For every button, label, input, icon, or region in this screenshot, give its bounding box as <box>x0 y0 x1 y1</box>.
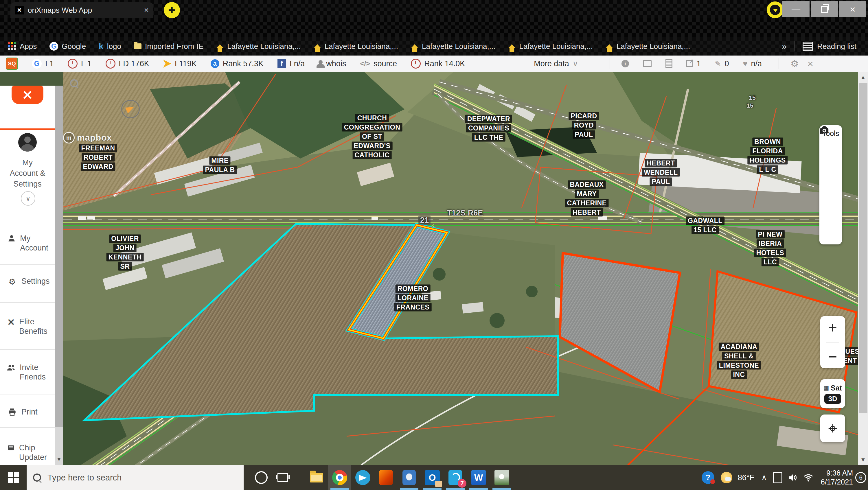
photo-tool-button[interactable] <box>825 215 836 226</box>
edit-shape-tool-button[interactable] <box>825 168 836 180</box>
bookmark-google[interactable]: G Google <box>50 42 86 51</box>
sidebar-item-elite-benefits[interactable]: ✕ Elite Benefits <box>0 317 55 336</box>
sq-stat-ld[interactable]: LD 176K <box>105 59 149 69</box>
taskbar-outlook[interactable]: O <box>421 465 444 490</box>
zoom-in-button[interactable]: + <box>828 319 837 336</box>
tray-weather-button[interactable] <box>719 465 734 490</box>
sq-more-data[interactable]: More data ∨ <box>534 59 578 68</box>
taskbar-telegram[interactable] <box>351 465 374 490</box>
cortana-button[interactable] <box>251 465 272 490</box>
zoom-out-button[interactable]: − <box>828 348 837 365</box>
notification-center-button[interactable]: 6 <box>860 475 862 480</box>
waypoint-tool-button[interactable] <box>825 192 836 203</box>
tray-network-button[interactable] <box>801 465 816 490</box>
taskbar-search[interactable]: Type here to search <box>27 465 244 490</box>
sq-external-links[interactable]: ✎ 0 <box>715 59 729 68</box>
tray-help-button[interactable]: ? <box>697 465 719 490</box>
parcel-label[interactable]: BADEAUXMARYCATHERINEHEBERT <box>565 181 609 217</box>
taskbar-word[interactable]: W <box>467 465 490 490</box>
parcel-label[interactable]: HEBERTWENDELLPAUL <box>642 159 680 186</box>
account-expand-button[interactable]: ∨ <box>21 191 35 206</box>
sq-density-button[interactable] <box>665 59 673 68</box>
tray-temperature[interactable]: 86°F <box>738 473 754 482</box>
taskbar-office[interactable] <box>374 465 398 490</box>
info-icon: i <box>621 60 629 67</box>
parcel-label[interactable]: ACADIANASHELL &LIMESTONEINC <box>717 343 761 379</box>
scroll-up-icon[interactable]: ▲ <box>858 74 868 81</box>
parcel-label[interactable]: PI NEWIBERIAHOTELSLLC <box>754 230 786 266</box>
sq-source[interactable]: </> source <box>360 59 397 68</box>
tray-tablet-button[interactable] <box>771 465 785 490</box>
mapbox-logo-icon: m <box>63 132 75 143</box>
taskbar-wireless-app[interactable]: 7 <box>444 465 467 490</box>
new-tab-button[interactable]: + <box>164 2 180 18</box>
sidebar-item-invite-friends[interactable]: Invite Friends <box>0 363 55 382</box>
browser-tab[interactable]: ✕ onXmaps Web App × <box>10 2 153 18</box>
sidebar-scrollbar[interactable] <box>55 86 63 465</box>
taskbar-chrome[interactable] <box>328 465 351 490</box>
onx-logo[interactable]: ✕ <box>11 86 43 104</box>
bookmark-lafayette-3[interactable]: Lafayette Louisiana,... <box>411 42 495 51</box>
sq-page-health[interactable]: ♥ n/a <box>743 59 762 68</box>
mapbox-attribution[interactable]: m mapbox <box>63 132 858 143</box>
parcel-label-selected[interactable]: ROMEROLORAINEFRANCES <box>394 285 432 312</box>
sq-facebook[interactable]: f I n/a <box>277 59 305 68</box>
scroll-down-icon[interactable]: ▼ <box>858 456 868 463</box>
bookmark-lafayette-2[interactable]: Lafayette Louisiana,... <box>314 42 398 51</box>
locate-button[interactable]: ⌖ <box>820 415 845 442</box>
tab-close-icon[interactable]: × <box>144 5 149 15</box>
people-icon <box>7 363 16 371</box>
parcel-label[interactable]: PICARDROYDPAUL <box>568 112 599 139</box>
account-avatar[interactable] <box>18 133 37 152</box>
taskbar-security-app[interactable] <box>398 465 421 490</box>
sq-settings-icon[interactable]: ⚙ <box>790 58 799 69</box>
parcel-label[interactable]: OLIVIERJOHNKENNETHSR <box>106 235 144 271</box>
tray-clock[interactable]: 9:36 AM 6/17/2021 <box>821 468 853 487</box>
tray-volume-button[interactable] <box>785 465 801 490</box>
minimize-button[interactable]: — <box>782 1 810 18</box>
draw-tool-button[interactable] <box>825 145 836 157</box>
taskbar-file-explorer[interactable] <box>305 465 328 490</box>
sq-alexa-rank[interactable]: a Rank 57.3K <box>211 59 264 68</box>
sidebar-item-settings[interactable]: ⚙ Settings <box>0 276 55 287</box>
sq-whois[interactable]: whois <box>318 59 346 68</box>
bookmark-lafayette-1[interactable]: Lafayette Louisiana,... <box>216 42 301 51</box>
sq-stat-l[interactable]: L 1 <box>68 59 92 69</box>
map-canvas[interactable]: FREEMANROBERTEDWARD MIREPAULA B OLIVIERJ… <box>63 72 858 465</box>
close-window-button[interactable]: × <box>839 1 866 18</box>
mode-3d-button[interactable]: 3D <box>824 394 841 404</box>
task-view-button[interactable] <box>272 465 293 490</box>
parcel-label[interactable]: DEEPWATERCOMPANIESLLC THE <box>465 115 512 142</box>
sq-internal-links[interactable]: 1 <box>686 59 701 68</box>
sidebar-item-my-account[interactable]: My Account <box>0 234 55 253</box>
bookmark-imported[interactable]: Imported From IE <box>134 42 204 51</box>
sidebar-item-print[interactable]: Print <box>0 407 55 417</box>
seoquake-logo[interactable]: SQ <box>6 58 18 70</box>
bookmark-lafayette-4[interactable]: Lafayette Louisiana,... <box>508 42 593 51</box>
sq-bing-index[interactable]: I 119K <box>163 59 197 68</box>
sq-close-icon[interactable]: × <box>808 58 813 69</box>
tray-chevron-up-icon[interactable]: ∧ <box>761 473 767 482</box>
sq-info-button[interactable]: i <box>621 60 629 67</box>
parcel-label[interactable]: FREEMANROBERTEDWARD <box>79 144 117 171</box>
bookmarks-overflow-icon[interactable]: » <box>782 41 787 51</box>
reading-list-button[interactable]: Reading list <box>817 42 857 51</box>
sidebar-scroll-down-icon[interactable]: ▼ <box>55 456 63 462</box>
theme-badge-icon[interactable] <box>767 1 783 18</box>
bookmark-lafayette-5[interactable]: Lafayette Louisiana,... <box>606 42 690 51</box>
apps-shortcut[interactable]: Apps <box>8 42 37 51</box>
restore-button[interactable] <box>811 1 838 18</box>
sq-semrush-rank[interactable]: Rank 14.0K <box>411 59 465 69</box>
parcel-label[interactable]: BROWNFLORIDAHOLDINGSL L C <box>747 138 787 174</box>
sidebar-item-chip-updater[interactable]: Chip Updater <box>0 443 55 462</box>
parcel-label[interactable]: MIREPAULA B <box>203 157 237 174</box>
bookmark-logo[interactable]: k logo <box>99 41 121 51</box>
sq-diagnosis-button[interactable] <box>643 60 652 67</box>
sq-google-index[interactable]: G I 1 <box>32 59 54 69</box>
page-scrollbar-thumb[interactable] <box>859 83 867 413</box>
parcel-label[interactable]: GADWALL15 LLC <box>686 217 724 234</box>
parcel-label[interactable]: CHURCHCONGREGATIONOF STEDWARD'SCATHOLIC <box>342 114 402 159</box>
satellite-toggle-button[interactable]: ▦ Sat <box>824 384 842 392</box>
taskbar-photo-app[interactable] <box>490 465 513 490</box>
start-button[interactable] <box>0 472 27 483</box>
